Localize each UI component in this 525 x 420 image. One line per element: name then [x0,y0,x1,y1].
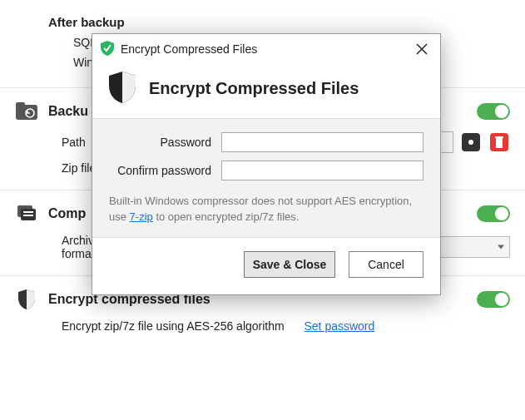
svg-rect-1 [16,102,25,107]
dialog-hint: Built-in Windows compressor does not sup… [109,189,423,225]
svg-rect-6 [496,138,503,148]
cancel-button[interactable]: Cancel [349,251,423,278]
encrypt-dialog: Encrypt Compressed Files Encrypt Compres… [92,33,441,295]
compress-toggle[interactable] [477,205,510,222]
dialog-titlebar: Encrypt Compressed Files [92,34,440,64]
svg-rect-7 [495,136,503,138]
hint-text-b: to open encrypted zip/7z files. [153,210,300,223]
svg-rect-10 [23,211,33,213]
dialog-actions: Save & Close Cancel [92,238,440,294]
save-close-button[interactable]: Save & Close [244,251,335,278]
path-extra-button[interactable] [460,131,482,153]
path-label: Path [62,136,86,149]
dialog-header: Encrypt Compressed Files [92,64,440,118]
folder-restore-icon [15,100,38,123]
confirm-password-label: Confirm password [109,164,221,177]
encrypt-desc: Encrypt zip/7z file using AES-256 algori… [62,319,285,333]
shield-large-icon [107,71,137,106]
set-password-link[interactable]: Set password [304,319,374,333]
delete-path-button[interactable] [488,131,510,153]
svg-point-4 [468,140,473,145]
close-icon[interactable] [412,39,432,59]
encrypt-toggle[interactable] [477,291,510,308]
dialog-window-title: Encrypt Compressed Files [121,42,412,56]
compress-icon [15,202,38,225]
dialog-body: Password Confirm password Built-in Windo… [92,118,440,238]
shield-small-icon [101,41,114,58]
svg-rect-11 [23,215,33,216]
after-backup-heading: After backup [15,7,510,32]
shield-icon [15,288,38,311]
sevenzip-link[interactable]: 7-zip [130,210,153,223]
dialog-heading: Encrypt Compressed Files [149,79,359,98]
password-input[interactable] [221,132,423,152]
password-label: Password [109,136,221,149]
confirm-password-input[interactable] [221,161,423,180]
backup-toggle[interactable] [477,103,510,120]
